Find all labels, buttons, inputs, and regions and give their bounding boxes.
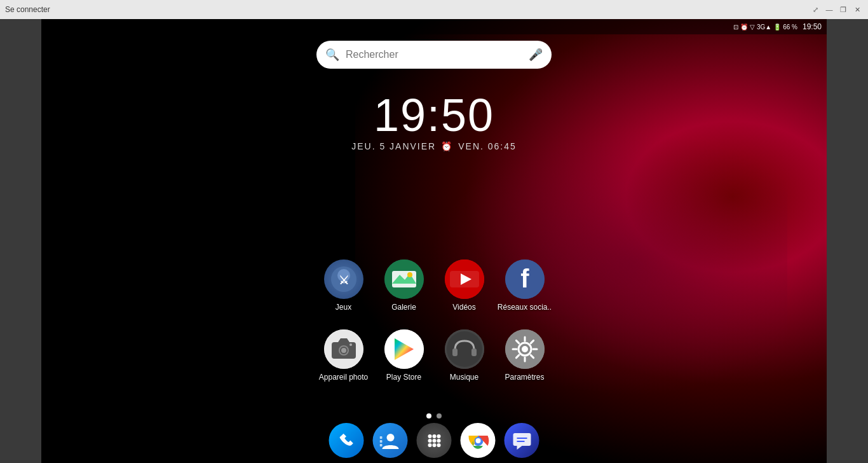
svg-point-47 <box>432 443 436 447</box>
maximize-button[interactable]: ❐ <box>837 4 849 15</box>
cast-icon: ⊡ <box>733 24 738 31</box>
alarm-status-icon: ⏰ <box>740 24 748 31</box>
params-label: Paramètres <box>505 373 544 382</box>
videos-label: Vidéos <box>452 303 475 312</box>
svg-point-22 <box>447 331 482 367</box>
title-bar: Se connecter ⤢ — ❐ ✕ <box>0 0 868 19</box>
svg-point-6 <box>407 272 412 277</box>
app-jeux[interactable]: ⚔ Jeux <box>313 254 374 324</box>
svg-rect-39 <box>379 444 382 446</box>
svg-rect-23 <box>452 349 458 356</box>
dot-1[interactable] <box>426 413 431 418</box>
svg-point-52 <box>475 438 480 443</box>
window-title: Se connecter <box>5 5 50 14</box>
phone-screen: ⊡ ⏰ ▽ 3G▲ 🔋 66 % 19:50 🔍 🎤 19:50 JEU. 5 … <box>41 19 827 463</box>
dock-messages[interactable] <box>505 423 539 458</box>
close-button[interactable]: ✕ <box>851 4 863 15</box>
svg-point-27 <box>522 346 528 352</box>
app-playstore[interactable]: Play Store <box>374 324 434 394</box>
app-camera[interactable]: Appareil photo <box>313 324 374 394</box>
app-reseaux[interactable]: f Réseaux socia.. <box>494 254 555 324</box>
app-videos[interactable]: Vidéos <box>434 254 494 324</box>
svg-rect-38 <box>379 440 382 443</box>
svg-point-18 <box>349 343 352 346</box>
jeux-label: Jeux <box>336 303 351 312</box>
galerie-label: Galerie <box>391 303 416 312</box>
svg-point-45 <box>437 439 440 443</box>
reseaux-icon: f <box>505 259 545 299</box>
svg-text:f: f <box>520 265 529 293</box>
signal-icon: 3G▲ <box>757 24 771 31</box>
app-galerie[interactable]: Galerie <box>374 254 434 324</box>
app-musique[interactable]: Musique <box>434 324 494 394</box>
params-icon <box>505 329 545 369</box>
clock-date: JEU. 5 JANVIER ⏰ VEN. 06:45 <box>351 141 517 151</box>
dock-chrome[interactable] <box>461 423 496 458</box>
battery-percent: 66 % <box>783 24 797 31</box>
svg-rect-53 <box>513 433 531 446</box>
svg-point-46 <box>428 443 431 447</box>
playstore-icon <box>384 329 424 369</box>
app-grid: ⚔ Jeux Galerie <box>313 254 555 394</box>
camera-label: Appareil photo <box>319 373 368 382</box>
search-bar[interactable]: 🔍 🎤 <box>316 41 552 69</box>
svg-point-41 <box>432 434 436 438</box>
reseaux-label: Réseaux socia.. <box>498 303 552 312</box>
camera-icon <box>324 329 363 369</box>
svg-point-17 <box>341 348 346 353</box>
svg-text:⚔: ⚔ <box>339 274 349 287</box>
status-bar: ⊡ ⏰ ▽ 3G▲ 🔋 66 % 19:50 <box>41 19 827 34</box>
videos-icon <box>445 259 484 299</box>
dock <box>329 423 539 458</box>
dock-apps[interactable] <box>417 423 452 458</box>
resize-button[interactable]: ⤢ <box>810 4 821 15</box>
page-dots <box>426 413 442 418</box>
android-background <box>41 19 827 463</box>
svg-point-40 <box>428 434 431 438</box>
clock-container: 19:50 JEU. 5 JANVIER ⏰ VEN. 06:45 <box>351 89 517 151</box>
app-params[interactable]: Paramètres <box>494 324 555 394</box>
dock-contacts[interactable] <box>373 423 408 458</box>
search-icon: 🔍 <box>325 48 339 62</box>
window-controls: ⤢ — ❐ ✕ <box>810 4 863 15</box>
clock-date-text: JEU. 5 JANVIER <box>351 141 436 151</box>
clock-alarm-time: VEN. 06:45 <box>458 141 517 151</box>
playstore-label: Play Store <box>386 373 421 382</box>
svg-point-36 <box>386 434 394 441</box>
status-time: 19:50 <box>803 22 822 31</box>
wifi-icon: ▽ <box>750 24 755 31</box>
clock-alarm-icon: ⏰ <box>441 141 453 151</box>
svg-point-48 <box>437 443 440 447</box>
microphone-icon[interactable]: 🎤 <box>529 48 543 62</box>
musique-label: Musique <box>450 373 478 382</box>
svg-rect-24 <box>471 349 477 356</box>
dock-phone[interactable] <box>329 423 364 458</box>
svg-point-43 <box>428 439 431 443</box>
musique-icon <box>445 329 484 369</box>
dot-2[interactable] <box>437 413 442 418</box>
search-input[interactable] <box>346 49 522 60</box>
galerie-icon <box>384 259 424 299</box>
minimize-button[interactable]: — <box>824 4 835 15</box>
clock-time: 19:50 <box>351 89 517 141</box>
svg-point-44 <box>432 439 436 443</box>
svg-rect-37 <box>379 436 382 439</box>
svg-point-42 <box>437 434 440 438</box>
status-icons: ⊡ ⏰ ▽ 3G▲ 🔋 66 % <box>733 24 797 31</box>
battery-icon: 🔋 <box>773 24 781 31</box>
jeux-icon: ⚔ <box>324 259 363 299</box>
